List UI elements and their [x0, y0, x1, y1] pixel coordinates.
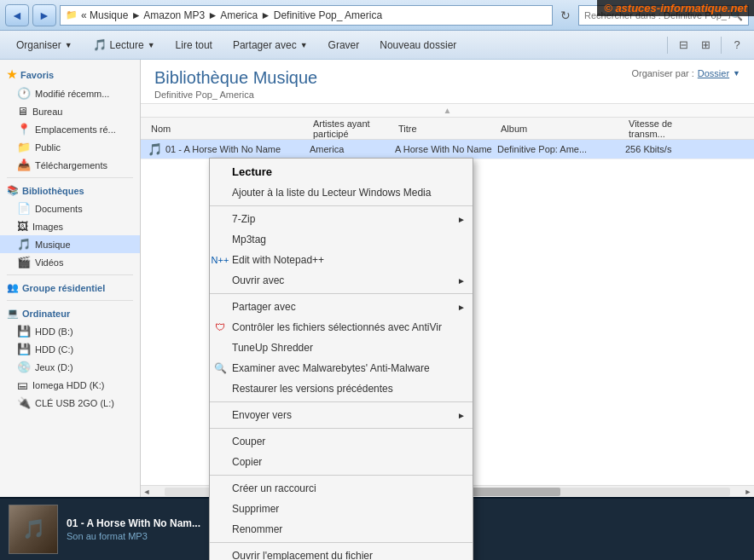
ctx-partager[interactable]: Partager avec ► [210, 297, 473, 317]
groupe-icon: 👥 [7, 282, 19, 293]
graver-button[interactable]: Graver [319, 34, 369, 56]
sidebar-header-ordinateur[interactable]: 💻 Ordinateur [0, 304, 140, 322]
ctx-edit-notepad[interactable]: N++ Edit with Notepad++ [210, 250, 473, 270]
nouveau-dossier-button[interactable]: Nouveau dossier [370, 34, 466, 56]
sidebar-item-bureau[interactable]: 🖥 Bureau [0, 102, 140, 120]
sidebar-item-public[interactable]: 📁 Public [0, 138, 140, 156]
sidebar-item-emplacements[interactable]: 📍 Emplacements ré... [0, 120, 140, 138]
sidebar-header-favoris[interactable]: ★ Favoris [0, 65, 140, 84]
ctx-copier[interactable]: Copier [210, 452, 473, 472]
ctx-supprimer[interactable]: Supprimer [210, 499, 473, 519]
ctx-lecture-label: Lecture [232, 165, 272, 178]
sidebar-item-cle-usb[interactable]: 🔌 CLÉ USB 2GO (L:) [0, 394, 140, 412]
address-path: 📁 « Musique ► Amazon MP3 ► America ► Def… [60, 5, 553, 26]
scroll-right-button[interactable]: ► [742, 486, 754, 498]
ctx-envoyer[interactable]: Envoyer vers ► [210, 405, 473, 425]
sidebar-item-musique[interactable]: 🎵 Musique [0, 235, 140, 253]
table-row[interactable]: 🎵 01 - A Horse With No Name America A Ho… [141, 140, 754, 159]
organize-by-dropdown-icon: ▼ [733, 69, 740, 78]
folder-icon-modifie: 🕐 [17, 87, 31, 100]
file-bitrate: 256 Kbits/s [625, 144, 671, 154]
lecture-icon: 🎵 [93, 38, 107, 51]
sidebar-section-favoris: ★ Favoris 🕐 Modifié récemm... 🖥 Bureau 📍… [0, 65, 140, 174]
ctx-edit-notepad-label: Edit with Notepad++ [232, 254, 324, 266]
sidebar-item-hdd-c[interactable]: 💾 HDD (C:) [0, 340, 140, 358]
ctx-creer-raccourci[interactable]: Créer un raccourci [210, 478, 473, 499]
content-title: Bibliothèque Musique [154, 68, 317, 88]
sidebar-section-ordinateur: 💻 Ordinateur 💾 HDD (B:) 💾 HDD (C:) 💿 Jeu… [0, 304, 140, 412]
col-header-artiste[interactable]: Artistes ayant participé [310, 118, 395, 139]
ctx-restaurer[interactable]: Restaurer les versions précédentes [210, 378, 473, 399]
ctx-restaurer-label: Restaurer les versions précédentes [232, 383, 393, 395]
sidebar-divider-2 [7, 274, 133, 275]
folder-icon-documents: 📄 [17, 202, 31, 215]
ctx-renommer[interactable]: Renommer [210, 519, 473, 540]
watermark-domain: .net [728, 2, 747, 14]
ctx-mp3tag-label: Mp3tag [232, 234, 266, 245]
ctx-ouvrir-avec-arrow: ► [457, 276, 466, 286]
sidebar-header-groupe[interactable]: 👥 Groupe résidentiel [0, 279, 140, 297]
sidebar-item-images[interactable]: 🖼 Images [0, 217, 140, 235]
sidebar-item-modifie[interactable]: 🕐 Modifié récemm... [0, 84, 140, 102]
file-album-cell: Definitive Pop: Ame... [497, 144, 625, 154]
sidebar-item-telechargements[interactable]: 📥 Téléchargements [0, 156, 140, 174]
organize-by-value[interactable]: Dossier [698, 68, 729, 78]
ctx-ouvrir-avec[interactable]: Ouvrir avec ► [210, 270, 473, 291]
ctx-antivir[interactable]: 🛡 Contrôler les fichiers sélectionnés av… [210, 317, 473, 338]
forward-button[interactable]: ► [32, 4, 56, 26]
sidebar-item-documents[interactable]: 📄 Documents [0, 199, 140, 217]
folder-icon-musique: 🎵 [17, 238, 31, 251]
ctx-supprimer-label: Supprimer [232, 503, 279, 515]
player-thumbnail-inner: 🎵 [9, 505, 57, 553]
ctx-ouvrir-emplacement[interactable]: Ouvrir l'emplacement du fichier [210, 546, 473, 560]
context-menu: Lecture Ajouter à la liste du Lecteur Wi… [209, 158, 473, 560]
view-controls: ⊟ ⊞ ? [664, 36, 747, 55]
ctx-couper[interactable]: Couper [210, 431, 473, 452]
ctx-sep-6 [210, 542, 473, 543]
refresh-button[interactable]: ↻ [556, 6, 575, 25]
file-artist-cell: America [310, 144, 395, 154]
sidebar-images-label: Images [32, 222, 63, 232]
sidebar-item-hdd-b[interactable]: 💾 HDD (B:) [0, 322, 140, 340]
partager-dropdown-icon: ▼ [300, 41, 308, 49]
sidebar-favoris-label: Favoris [20, 70, 54, 80]
col-header-album[interactable]: Album [497, 124, 625, 134]
ctx-malwarebytes[interactable]: 🔍 Examiner avec Malwarebytes' Anti-Malwa… [210, 358, 473, 378]
star-icon: ★ [7, 68, 17, 81]
folder-icon-emplacements: 📍 [17, 123, 31, 136]
sidebar-hdd-b-label: HDD (B:) [35, 326, 73, 337]
folder-icon-telechargements: 📥 [17, 159, 31, 171]
back-button[interactable]: ◄ [5, 4, 29, 26]
hdd-b-icon: 💾 [17, 325, 31, 338]
sidebar-item-jeux[interactable]: 💿 Jeux (D:) [0, 358, 140, 376]
ctx-sep-5 [210, 475, 473, 476]
ctx-mp3tag[interactable]: Mp3tag [210, 229, 473, 250]
col-header-vitesse[interactable]: Vitesse de transm... [625, 118, 710, 139]
ctx-antivir-label: Contrôler les fichiers sélectionnés avec… [232, 321, 442, 333]
view-details-button[interactable]: ⊟ [673, 36, 693, 55]
lire-tout-button[interactable]: Lire tout [166, 34, 222, 56]
ctx-malwarebytes-label: Examiner avec Malwarebytes' Anti-Malware [232, 362, 430, 374]
organize-by: Organiser par : Dossier ▼ [631, 68, 740, 78]
computer-icon: 💻 [7, 308, 19, 319]
partager-button[interactable]: Partager avec ▼ [223, 34, 317, 56]
sidebar-section-groupe: 👥 Groupe résidentiel [0, 279, 140, 297]
lecture-button[interactable]: 🎵 Lecture ▼ [84, 34, 165, 56]
ctx-add-playlist[interactable]: Ajouter à la liste du Lecteur Windows Me… [210, 182, 473, 203]
sidebar-item-videos[interactable]: 🎬 Vidéos [0, 253, 140, 271]
sidebar-item-iomega[interactable]: 🖴 Iomega HDD (K:) [0, 376, 140, 394]
organize-button[interactable]: Organiser ▼ [7, 34, 82, 56]
ctx-add-playlist-label: Ajouter à la liste du Lecteur Windows Me… [232, 187, 431, 199]
ctx-lecture[interactable]: Lecture [210, 161, 473, 182]
ctx-7zip[interactable]: 7-Zip ► [210, 209, 473, 229]
scroll-left-button[interactable]: ◄ [141, 486, 153, 498]
folder-icon-images: 🖼 [17, 220, 28, 233]
ctx-tuneup[interactable]: TuneUp Shredder [210, 338, 473, 358]
col-header-titre[interactable]: Titre [395, 124, 497, 134]
col-header-nom[interactable]: Nom [148, 124, 310, 134]
help-button[interactable]: ? [727, 36, 747, 55]
sidebar-documents-label: Documents [35, 204, 83, 214]
sidebar: ★ Favoris 🕐 Modifié récemm... 🖥 Bureau 📍… [0, 60, 141, 497]
sidebar-header-bibliotheques[interactable]: 📚 Bibliothèques [0, 182, 140, 199]
view-grid-button[interactable]: ⊞ [695, 36, 716, 55]
